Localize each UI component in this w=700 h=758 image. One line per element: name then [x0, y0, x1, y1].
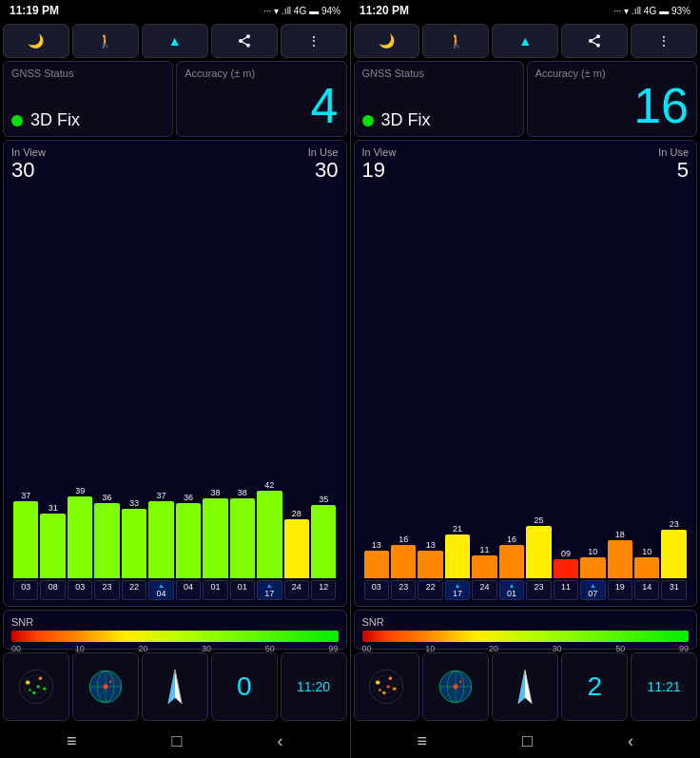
nav-back-right[interactable]: ‹: [628, 731, 633, 751]
sat-id: 01: [230, 580, 255, 600]
thumb-num-val-right: 2: [587, 671, 602, 702]
svg-point-22: [389, 676, 393, 680]
gnss-card-right: GNSS Status 3D Fix: [354, 61, 524, 137]
status-bar-right: 11:20 PM ··· ▾ .ıll 4G ▬ 93%: [350, 0, 700, 21]
bar-wrapper: 36: [176, 186, 201, 578]
status-bars: 11:19 PM ··· ▾ .ıll 4G ▬ 94% 11:20 PM ··…: [0, 0, 700, 21]
gnss-label-left: GNSS Status: [11, 68, 165, 79]
bar-wrapper: 18: [608, 186, 632, 578]
svg-point-24: [382, 691, 386, 695]
thumb-compass-right[interactable]: [492, 652, 558, 721]
accuracy-card-right: Accuracy (± m) 16: [527, 61, 697, 137]
person-btn-left[interactable]: 🚶: [72, 24, 139, 58]
more-btn-left[interactable]: ⋮: [281, 24, 347, 58]
svg-point-21: [376, 680, 379, 684]
person-btn-right[interactable]: 🚶: [422, 24, 489, 58]
in-use-label-left: In Use: [308, 146, 339, 158]
share-btn-right[interactable]: [561, 24, 628, 58]
thumb-number-right[interactable]: 2: [561, 652, 628, 721]
time-right: 11:20 PM: [360, 4, 409, 17]
signal-icon-right: ···: [613, 6, 621, 16]
accuracy-card-left: Accuracy (± m) 4: [176, 61, 346, 137]
time-left: 11:19 PM: [10, 4, 59, 17]
nav-home-left[interactable]: □: [172, 731, 183, 751]
panel-right: 🌙 🚶 ▲ ⋮ GNSS Status 3D Fix Accuracy (± m…: [351, 21, 701, 724]
svg-point-23: [393, 687, 397, 690]
moon-btn-left[interactable]: 🌙: [3, 24, 69, 58]
chart-header-right: In View 19 In Use 5: [362, 146, 690, 183]
gnss-card-left: GNSS Status 3D Fix: [3, 61, 173, 137]
sat-id: 01: [203, 580, 227, 600]
icons-right: ··· ▾ .ıll 4G ▬ 93%: [613, 6, 690, 16]
nav-menu-right[interactable]: ≡: [418, 731, 428, 751]
share-btn-left[interactable]: [211, 24, 278, 58]
bar-wrapper: 23: [661, 186, 686, 578]
arrow-btn-left[interactable]: ▲: [142, 24, 208, 58]
sat-id: ▲17: [257, 580, 282, 600]
nav-back-left[interactable]: ‹: [277, 731, 282, 751]
thumb-sat-left[interactable]: [3, 652, 69, 721]
bar-wrapper: 38: [203, 186, 227, 578]
svg-point-31: [454, 684, 458, 689]
nav-home-right[interactable]: □: [522, 731, 533, 751]
sat-id: 12: [311, 580, 336, 600]
dot-green-left: [11, 115, 23, 126]
gnss-label-right: GNSS Status: [362, 68, 515, 79]
sat-id: ▲17: [445, 580, 470, 600]
sat-id: 22: [418, 580, 442, 600]
chart-card-right: In View 19 In Use 5 13161321111625091018…: [354, 140, 698, 607]
gnss-value-left: 3D Fix: [11, 110, 165, 130]
thumb-time-val-right: 11:21: [648, 679, 681, 694]
thumb-time-left[interactable]: 11:20: [281, 652, 347, 721]
icons-left: ··· ▾ .ıll 4G ▬ 94%: [263, 6, 340, 16]
nav-menu-left[interactable]: ≡: [67, 731, 77, 751]
thumb-time-right[interactable]: 11:21: [631, 652, 697, 721]
snr-bar-left: [11, 631, 339, 642]
arrow-btn-right[interactable]: ▲: [492, 24, 558, 58]
svg-point-19: [375, 675, 399, 699]
thumb-number-left[interactable]: 0: [211, 652, 278, 721]
panels: 🌙 🚶 ▲ ⋮ GNSS Status 3D Fix Accuracy (± m…: [0, 21, 700, 724]
in-view-count-left: 30: [11, 158, 46, 183]
chart-header-left: In View 30 In Use 30: [11, 146, 339, 183]
info-row-left: GNSS Status 3D Fix Accuracy (± m) 4: [3, 61, 347, 137]
sat-id: 24: [472, 580, 496, 600]
svg-point-14: [109, 680, 112, 683]
sat-id: 24: [284, 580, 309, 600]
svg-point-7: [36, 685, 40, 689]
bar-wrapper: 38: [230, 186, 255, 578]
svg-point-8: [29, 689, 31, 691]
bar-wrapper: 21: [445, 186, 470, 578]
bar-wrapper: 36: [94, 186, 119, 578]
status-bar-left: 11:19 PM ··· ▾ .ıll 4G ▬ 94%: [0, 0, 350, 21]
bar-wrapper: 16: [391, 186, 416, 578]
more-btn-right[interactable]: ⋮: [631, 24, 697, 58]
thumb-num-val-left: 0: [237, 671, 252, 702]
bar-wrapper: 10: [634, 186, 659, 578]
bar-wrapper: 25: [526, 186, 551, 578]
sat-id: 03: [364, 580, 389, 600]
nav-section-left: ≡ □ ‹: [0, 724, 350, 758]
bar-wrapper: 39: [68, 186, 92, 578]
thumb-world-left[interactable]: [72, 652, 139, 721]
bar-wrapper: 10: [580, 186, 605, 578]
svg-point-4: [39, 676, 43, 680]
panel-left: 🌙 🚶 ▲ ⋮ GNSS Status 3D Fix Accuracy (± m…: [0, 21, 351, 724]
sat-id: 23: [526, 580, 551, 600]
sat-ids-left: 0308032322▲04040101▲172412: [11, 580, 339, 600]
bar-wrapper: 13: [364, 186, 389, 578]
sat-id: ▲04: [148, 580, 173, 600]
svg-point-13: [103, 684, 107, 689]
bar-wrapper: 16: [499, 186, 524, 578]
moon-btn-right[interactable]: 🌙: [354, 24, 420, 58]
battery-right: ▬ 93%: [659, 6, 690, 16]
accuracy-value-right: 16: [535, 79, 689, 130]
svg-point-20: [379, 680, 393, 693]
thumbs-right: 2 11:21: [354, 652, 698, 721]
sat-id: 31: [661, 580, 686, 600]
sat-id: 23: [94, 580, 119, 600]
thumb-world-right[interactable]: [422, 652, 489, 721]
in-view-label-right: In View: [362, 146, 397, 158]
thumb-sat-right[interactable]: [354, 652, 420, 721]
thumb-compass-left[interactable]: [142, 652, 208, 721]
